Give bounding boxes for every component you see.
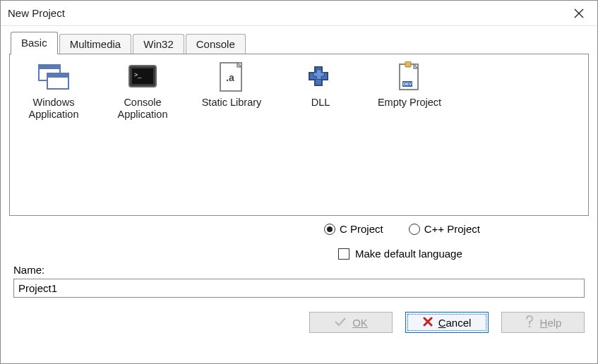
project-type-dll[interactable]: DLL — [284, 63, 357, 109]
windows-app-icon — [37, 63, 71, 91]
radio-c-project[interactable]: C Project — [324, 223, 383, 235]
project-type-windows-application[interactable]: Windows Application — [17, 63, 90, 120]
radio-icon — [324, 224, 335, 235]
svg-text:>_: >_ — [134, 71, 142, 78]
window-title: New Project — [8, 7, 65, 19]
project-type-empty-project[interactable]: DEV Empty Project — [373, 63, 446, 109]
svg-text:.a: .a — [226, 72, 234, 83]
close-icon[interactable] — [568, 2, 590, 25]
language-radio-group: C Project C++ Project — [324, 223, 585, 235]
radio-label: C++ Project — [424, 223, 480, 235]
static-lib-icon: .a — [215, 63, 249, 91]
checkbox-label: Make default language — [355, 248, 462, 260]
button-label: Cancel — [438, 317, 472, 329]
tab-console[interactable]: Console — [186, 34, 246, 54]
svg-rect-1 — [39, 65, 60, 69]
tab-bar: Basic Multimedia Win32 Console — [11, 32, 589, 54]
name-label: Name: — [13, 264, 585, 276]
project-type-label: DLL — [284, 97, 357, 109]
project-type-label: Static Library — [195, 97, 268, 109]
project-type-panel: Windows Application >_ Console Applicati… — [9, 54, 589, 216]
checkbox-icon — [338, 248, 349, 260]
svg-rect-3 — [47, 73, 68, 78]
project-type-label: Empty Project — [373, 97, 446, 109]
radio-icon — [409, 224, 420, 235]
console-app-icon: >_ — [126, 63, 160, 91]
svg-point-16 — [528, 325, 530, 327]
tab-basic[interactable]: Basic — [11, 32, 58, 54]
make-default-language-checkbox[interactable]: Make default language — [338, 248, 585, 260]
name-input[interactable] — [13, 279, 585, 298]
project-type-label: Console Application — [106, 97, 179, 120]
button-label: Help — [540, 317, 562, 329]
cancel-button[interactable]: Cancel — [405, 312, 489, 333]
svg-rect-13 — [405, 61, 411, 67]
help-icon — [525, 315, 534, 330]
check-icon — [334, 317, 347, 329]
radio-cpp-project[interactable]: C++ Project — [409, 223, 480, 235]
empty-project-icon: DEV — [393, 63, 426, 91]
radio-label: C Project — [340, 223, 383, 235]
dll-icon — [304, 63, 337, 91]
button-label: OK — [352, 317, 368, 329]
ok-button[interactable]: OK — [309, 312, 393, 333]
tab-multimedia[interactable]: Multimedia — [59, 34, 132, 54]
x-icon — [423, 317, 433, 329]
tab-win32[interactable]: Win32 — [133, 34, 184, 54]
project-type-label: Windows Application — [17, 97, 90, 120]
bottom-area: C Project C++ Project Make default langu… — [13, 223, 585, 333]
new-project-dialog: New Project Basic Multimedia Win32 Conso… — [0, 0, 598, 364]
dialog-buttons: OK Cancel Help — [13, 312, 585, 333]
project-type-console-application[interactable]: >_ Console Application — [106, 63, 179, 120]
help-button[interactable]: Help — [501, 312, 585, 333]
svg-text:DEV: DEV — [403, 82, 412, 86]
project-type-static-library[interactable]: .a Static Library — [195, 63, 268, 109]
titlebar: New Project — [1, 1, 597, 26]
